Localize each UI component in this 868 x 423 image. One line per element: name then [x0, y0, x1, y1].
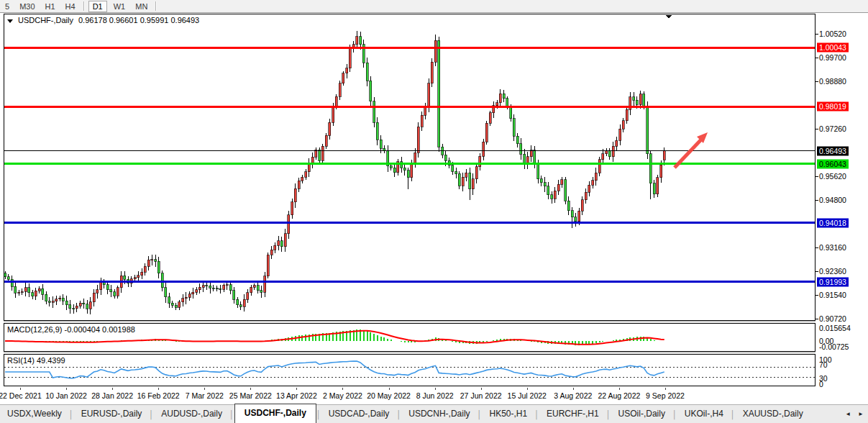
candle-body	[233, 291, 235, 299]
price-axis-badge: 0.98019	[817, 102, 849, 112]
candle-body	[414, 153, 416, 163]
price-axis-tick	[816, 81, 818, 82]
chart-tab-audusd-daily[interactable]: AUDUSD-,Daily	[154, 406, 229, 423]
chart-tab-usoil-daily[interactable]: USOil-,Daily	[611, 406, 672, 423]
candle-body	[62, 298, 64, 301]
price-axis-label: 0.91540	[819, 291, 846, 299]
rsi-canvas[interactable]	[4, 355, 815, 386]
candle-body	[69, 305, 71, 309]
candle-body	[339, 83, 341, 97]
rsi-panel[interactable]: RSI(14) 49.4399	[4, 354, 816, 386]
candle-body	[575, 217, 577, 222]
candle-body	[421, 115, 423, 127]
candle-body	[510, 107, 512, 119]
candle-body	[319, 150, 321, 160]
candle-body	[428, 83, 430, 106]
candle-body	[585, 192, 587, 200]
candle-body	[472, 179, 474, 189]
chart-shift-marker[interactable]	[666, 15, 672, 19]
candle-body	[157, 261, 160, 273]
timeframe-button-h4[interactable]: H4	[62, 1, 79, 12]
candle-body	[185, 297, 187, 298]
chart-tab-eurusd-daily[interactable]: EURUSD-,Daily	[74, 406, 150, 423]
tab-separator: │	[229, 410, 234, 423]
timeframe-button-m30[interactable]: M30	[16, 1, 38, 12]
price-axis-tick	[816, 200, 818, 201]
candle-body	[264, 276, 266, 293]
timeframe-button-5[interactable]: 5	[1, 1, 13, 12]
chart-title: USDCHF-,Daily 0.96178 0.96601 0.95991 0.…	[7, 16, 199, 24]
tab-separator: │	[731, 410, 736, 423]
chart-tab-eurchf-h1[interactable]: EURCHF-,H1	[539, 406, 606, 423]
candlestick-canvas[interactable]	[4, 14, 815, 320]
timeframe-button-d1[interactable]: D1	[88, 1, 107, 12]
chart-tab-usdcnh-daily[interactable]: USDCNH-,Daily	[401, 406, 477, 423]
candle-body	[106, 285, 109, 290]
timeframe-button-mn[interactable]: MN	[132, 1, 151, 12]
panel-splitter[interactable]	[4, 321, 816, 322]
chart-tab-xauusd-daily[interactable]: XAUUSD-,Daily	[736, 406, 810, 423]
candle-body	[110, 290, 112, 292]
candle-body	[311, 157, 314, 163]
candle-body	[595, 173, 597, 180]
price-axis-label: 0.92360	[819, 267, 846, 276]
candle-body	[284, 234, 286, 247]
candle-body	[581, 200, 583, 212]
candle-body	[403, 168, 406, 170]
candle-body	[332, 106, 334, 122]
candle-body	[534, 150, 536, 165]
candle-body	[612, 146, 614, 157]
candle-body	[633, 97, 635, 100]
tab-separator: │	[606, 410, 611, 423]
candle-body	[647, 106, 649, 153]
timeframe-toolbar: 5M30H1H4D1W1MN	[0, 0, 868, 13]
timeframe-button-h1[interactable]: H1	[42, 1, 59, 12]
candle-body	[393, 168, 396, 172]
date-axis-tick	[112, 388, 113, 390]
chart-tab-usdx-weekly[interactable]: USDX,Weekly	[0, 406, 69, 423]
candle-body	[4, 273, 6, 277]
candle-body	[639, 94, 641, 104]
timeframe-button-w1[interactable]: W1	[110, 1, 129, 12]
tab-scroll-right-icon[interactable]: ►	[858, 411, 864, 417]
trend-arrow-annotation[interactable]	[675, 132, 708, 168]
candle-body	[257, 286, 259, 291]
price-chart-panel[interactable]: USDCHF-,Daily 0.96178 0.96601 0.95991 0.…	[4, 14, 816, 321]
candle-body	[38, 288, 40, 291]
candle-body	[137, 276, 140, 278]
price-axis-badge: 0.96493	[817, 146, 849, 155]
date-axis-tick	[20, 388, 21, 390]
symbol-dropdown-icon[interactable]	[7, 19, 13, 23]
macd-panel[interactable]: MACD(12,26,9) -0.000404 0.001988	[4, 323, 816, 352]
candle-body	[356, 37, 358, 45]
tab-scroll-left-icon[interactable]: ◄	[845, 411, 851, 417]
candle-body	[660, 165, 662, 177]
candle-body	[35, 291, 37, 296]
date-axis-tick	[204, 388, 205, 390]
date-axis-label: 27 Jun 2022	[460, 391, 502, 400]
date-axis-tick	[342, 388, 343, 390]
chart-tab-ukoil-h4[interactable]: UKOil-,H4	[677, 406, 731, 423]
candle-body	[73, 309, 75, 309]
candle-body	[321, 146, 324, 160]
candle-body	[278, 241, 280, 245]
date-axis-tick	[296, 388, 297, 390]
date-axis-tick	[435, 388, 436, 390]
candle-body	[567, 201, 570, 210]
chart-tab-usdcad-daily[interactable]: USDCAD-,Daily	[321, 406, 397, 423]
candle-body	[465, 173, 467, 177]
date-axis-tick	[527, 388, 528, 390]
candle-body	[155, 260, 157, 261]
candle-body	[544, 183, 546, 186]
price-axis-badge: 0.96043	[817, 159, 849, 168]
panel-splitter[interactable]	[4, 352, 816, 353]
candle-body	[626, 109, 628, 121]
candle-body	[45, 294, 47, 301]
candle-body	[226, 285, 228, 286]
chart-tab-usdchf-daily[interactable]: USDCHF-,Daily	[234, 404, 316, 423]
candle-body	[270, 250, 273, 255]
candle-body	[561, 180, 563, 184]
date-axis-label: 13 Apr 2022	[276, 391, 317, 400]
candle-body	[7, 277, 9, 280]
chart-tab-hk50-h1[interactable]: HK50-,H1	[482, 406, 534, 423]
